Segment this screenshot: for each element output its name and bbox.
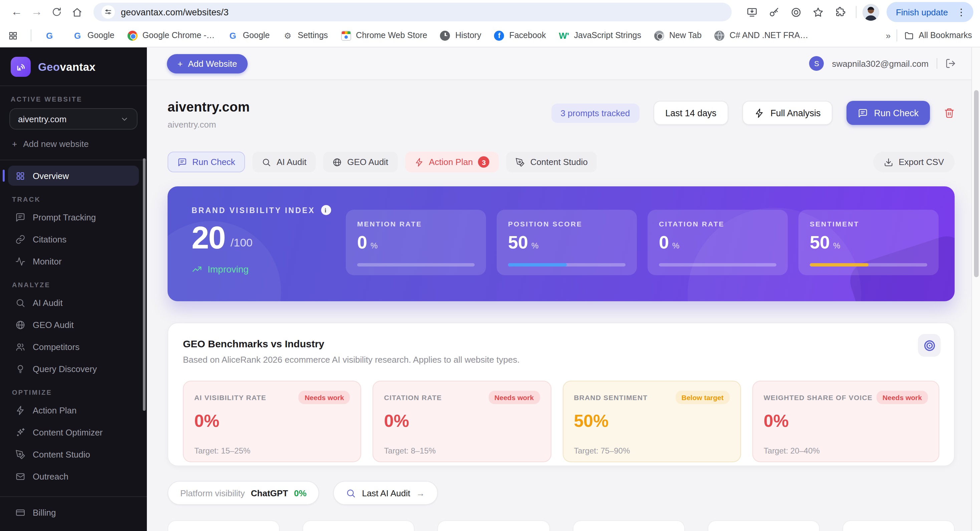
sidebar-scrollbar[interactable] — [143, 158, 146, 411]
password-manager-button[interactable] — [765, 3, 784, 21]
sidebar-item-outreach[interactable]: Outreach — [8, 466, 139, 486]
message-icon — [178, 157, 187, 167]
sidebar-item-query-discovery[interactable]: Query Discovery — [8, 359, 139, 379]
metric-card-citation-rate: CITATION RATE 0% — [648, 210, 788, 275]
last-ai-audit-button[interactable]: Last AI Audit → — [333, 481, 438, 505]
hero-title: BRAND VISIBILITY INDEX — [192, 206, 315, 214]
mail-icon — [15, 471, 25, 482]
run-check-button[interactable]: Run Check — [846, 101, 930, 125]
google-g-icon: G — [227, 30, 238, 41]
scrollbar-thumb[interactable] — [974, 90, 978, 277]
apps-grid-button[interactable] — [8, 30, 18, 40]
bolt-icon — [754, 108, 764, 118]
sidebar-item-content-optimizer[interactable]: Content Optimizer — [8, 422, 139, 442]
forward-button[interactable]: → — [27, 2, 47, 22]
sidebar-item-billing[interactable]: Billing — [8, 502, 139, 522]
bookmark-item[interactable]: History — [440, 30, 481, 41]
platform-visibility-pill[interactable]: Platform visibility ChatGPT 0% — [167, 481, 319, 505]
target-range: Target: 15–25% — [194, 446, 350, 456]
tab-run-check[interactable]: Run Check — [167, 151, 245, 172]
sidebar-item-overview[interactable]: Overview — [8, 166, 139, 186]
bookmark-item[interactable]: Google Chrome -… — [127, 30, 215, 41]
site-settings-icon[interactable] — [102, 5, 115, 19]
app-topbar: + Add Website S swapnila302@gmail.com — [147, 48, 980, 80]
key-icon — [769, 6, 780, 18]
trend-indicator: Improving — [192, 264, 338, 274]
message-icon — [858, 108, 868, 118]
tab-ai-audit[interactable]: AI Audit — [253, 151, 316, 172]
history-clock-icon — [440, 30, 450, 41]
chrome-gray-icon — [654, 30, 665, 41]
delete-website-button[interactable] — [944, 108, 955, 118]
bookmark-item[interactable]: fFacebook — [494, 30, 546, 41]
browser-toolbar: ← → geovantax.com/websites/3 — [0, 0, 980, 24]
browser-menu-icon[interactable]: ⋮ — [953, 7, 969, 17]
address-bar[interactable]: geovantax.com/websites/3 — [94, 3, 732, 21]
sidebar-item-prompt-tracking[interactable]: Prompt Tracking — [8, 207, 139, 227]
user-avatar[interactable]: S — [810, 56, 824, 71]
profile-avatar[interactable] — [862, 4, 879, 21]
sidebar-item-ai-audit[interactable]: AI Audit — [8, 293, 139, 313]
add-new-website-button[interactable]: + Add new website — [0, 129, 147, 159]
bookmark-item[interactable]: GGoogle — [227, 30, 270, 41]
folder-icon — [904, 30, 914, 40]
link-icon — [15, 234, 25, 244]
progress-fill — [508, 263, 567, 266]
brand-visibility-card: BRAND VISIBILITY INDEX i 20 /100 Improvi… — [167, 187, 955, 301]
page-subtitle: aiventry.com — [167, 120, 250, 129]
w3schools-icon: Wʹ — [559, 30, 570, 41]
geo-benchmarks-card: GEO Benchmarks vs Industry Based on Alic… — [167, 323, 955, 466]
home-button[interactable] — [67, 2, 87, 22]
sidebar-item-action-plan[interactable]: Action Plan — [8, 400, 139, 420]
logout-button[interactable] — [945, 58, 956, 69]
reload-button[interactable] — [47, 2, 67, 22]
bookmarks-overflow-button[interactable]: » — [886, 30, 890, 40]
arrow-right-icon: → — [416, 488, 425, 498]
all-bookmarks-button[interactable]: All Bookmarks — [904, 30, 972, 40]
tab-action-plan[interactable]: Action Plan 3 — [405, 151, 499, 172]
bookmark-item[interactable]: New Tab — [654, 30, 702, 41]
save-to-device-button[interactable] — [743, 3, 762, 21]
globe-icon — [332, 157, 342, 167]
reading-mode-button[interactable] — [787, 3, 806, 21]
tab-geo-audit[interactable]: GEO Audit — [323, 151, 398, 172]
add-website-button[interactable]: + Add Website — [167, 54, 248, 73]
tab-content-studio[interactable]: Content Studio — [506, 151, 597, 172]
sidebar-item-label: Overview — [33, 171, 69, 181]
date-range-button[interactable]: Last 14 days — [653, 101, 728, 125]
user-email: swapnila302@gmail.com — [832, 59, 929, 69]
sidebar-item-citations[interactable]: Citations — [8, 229, 139, 249]
sidebar-item-content-studio[interactable]: Content Studio — [8, 444, 139, 464]
bookmark-item[interactable]: GGoogle — [72, 30, 115, 41]
finish-update-button[interactable]: Finish update ⋮ — [886, 2, 973, 22]
extensions-button[interactable] — [831, 3, 850, 21]
next-section-row — [167, 520, 955, 531]
full-analysis-button[interactable]: Full Analysis — [742, 101, 832, 125]
plus-icon: + — [178, 59, 183, 69]
back-button[interactable]: ← — [7, 2, 27, 22]
website-select[interactable]: aiventry.com — [10, 108, 137, 129]
brand[interactable]: Geovantax — [0, 48, 147, 86]
bookmark-item[interactable]: G — [44, 30, 59, 41]
bookmarks-bar: G GGoogle Google Chrome -… GGoogle ⚙Sett… — [0, 24, 980, 48]
lightbulb-icon — [15, 364, 25, 374]
pen-nib-icon — [516, 157, 525, 167]
sidebar-item-geo-audit[interactable]: GEO Audit — [8, 314, 139, 335]
benchmarks-subtitle: Based on AliceRank 2026 ecommerce AI vis… — [183, 355, 939, 365]
bookmark-item[interactable]: ⚙Settings — [282, 30, 328, 41]
url-text: geovantax.com/websites/3 — [121, 7, 229, 17]
download-icon — [884, 157, 893, 167]
info-icon[interactable]: i — [321, 205, 331, 215]
bookmark-item[interactable]: WʹJavaScript Strings — [559, 30, 641, 41]
export-csv-button[interactable]: Export CSV — [873, 151, 955, 172]
benchmark-card-ai-visibility: AI VISIBILITY RATENeeds work 0% Target: … — [183, 381, 361, 462]
bookmark-item[interactable]: Chrome Web Store — [340, 30, 427, 41]
eye-circles-icon — [791, 6, 802, 18]
status-badge: Needs work — [299, 391, 350, 404]
sidebar-item-competitors[interactable]: Competitors — [8, 336, 139, 357]
bookmark-item[interactable]: C# AND .NET FRA… — [714, 30, 808, 41]
bookmark-star-button[interactable] — [809, 3, 828, 21]
sidebar-item-monitor[interactable]: Monitor — [8, 251, 139, 271]
page-scrollbar[interactable] — [971, 48, 980, 531]
brand-name: Geovantax — [38, 61, 95, 73]
